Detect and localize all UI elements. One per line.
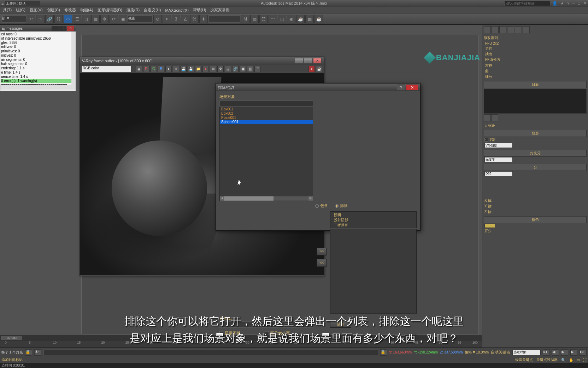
render-frame-button[interactable]: ▦	[305, 15, 314, 23]
blue-channel-button[interactable]: B	[158, 66, 164, 72]
modifier-item[interactable]: 抽出	[484, 51, 587, 57]
minimize-button[interactable]: –	[52, 26, 59, 31]
mirror-button[interactable]: M	[241, 15, 249, 23]
add-button[interactable]: >>	[317, 248, 327, 255]
clear-button[interactable]: ●	[202, 66, 209, 72]
add-time-tag-button[interactable]: 添加时间标记	[1, 357, 23, 362]
play-button[interactable]: ▶	[561, 349, 568, 356]
close-button[interactable]: ✕	[313, 58, 322, 64]
region-button[interactable]: ✥	[217, 66, 224, 72]
list-item-selected[interactable]: Sphere001	[220, 120, 313, 124]
shadow-casting-radio[interactable]: 投射阴影	[333, 218, 414, 223]
nav-maximize-button[interactable]: ⛶	[583, 358, 587, 362]
rgb-icon[interactable]: ◉	[136, 66, 142, 72]
save-button[interactable]: 💾	[180, 66, 187, 72]
angle-snap-button[interactable]: ∠	[181, 15, 189, 23]
both-radio[interactable]: 二者兼有	[333, 223, 414, 228]
workspace-dropdown[interactable]: 工作区: 默认	[5, 1, 40, 6]
selection-filter-dropdown[interactable]: 部 ▼	[1, 16, 26, 23]
distribution-dropdown[interactable]: 光度学	[484, 157, 513, 162]
layers-button[interactable]: ☷	[259, 15, 268, 23]
set-key-button[interactable]: 设置关键点	[515, 357, 533, 362]
light-distribution-rollout[interactable]: 灯光分	[484, 150, 587, 157]
excluded-objects-list[interactable]	[330, 229, 417, 314]
scroll-left-icon[interactable]: ◀	[220, 196, 224, 201]
red-channel-button[interactable]: R	[143, 66, 149, 72]
align-button[interactable]: ▤	[250, 15, 259, 23]
alpha-button[interactable]: ●	[165, 66, 172, 72]
menu-maxscript[interactable]: MAXScript(X)	[163, 8, 191, 12]
load-button[interactable]: 📁	[195, 66, 201, 72]
scroll-thumb[interactable]	[224, 196, 274, 201]
dialog-titlebar[interactable]: 排除/包含 ? ✕	[216, 84, 420, 91]
key-filters-button[interactable]: 关键点过滤器	[536, 357, 558, 362]
help-icon[interactable]: ?	[567, 1, 569, 5]
link-button[interactable]: 🔗	[232, 66, 239, 72]
mono-button[interactable]: ○	[173, 66, 179, 72]
display-tab[interactable]	[515, 26, 522, 33]
srgb-button[interactable]: ▣	[240, 66, 246, 72]
maximize-button[interactable]: □	[304, 58, 312, 64]
select-button[interactable]: ▭	[64, 15, 72, 23]
modifier-item[interactable]: 细分	[484, 74, 587, 80]
prompt-line[interactable]	[43, 350, 378, 355]
shadow-enable-checkbox[interactable]	[484, 138, 488, 142]
menu-modifiers[interactable]: 修改器	[62, 7, 78, 13]
duplicate-button[interactable]: ⧉	[210, 66, 216, 72]
spinner-snap-button[interactable]: ⬍	[199, 15, 208, 23]
menu-banjiajia[interactable]: 扮家家常用	[208, 7, 232, 13]
app-menu-icon[interactable]: ≡	[1, 1, 4, 6]
percent-snap-button[interactable]: %	[190, 15, 199, 23]
menu-views[interactable]: 视图(V)	[28, 7, 45, 13]
modifier-item[interactable]: 切片	[484, 46, 587, 51]
select-name-button[interactable]: ☰	[73, 15, 81, 23]
prev-frame-button[interactable]: ◀	[552, 349, 559, 356]
curve-editor-button[interactable]: 〰	[269, 15, 277, 23]
vray-messages-titlebar[interactable]: ay messages – □ ✕	[0, 25, 76, 31]
nav-orbit-button[interactable]: ⟲	[577, 358, 580, 362]
object-filter-input[interactable]	[219, 100, 313, 106]
render-button[interactable]: ☕	[314, 15, 323, 23]
render-last-button[interactable]: ☕	[316, 66, 322, 72]
color-rollout[interactable]: 颜色	[484, 216, 587, 223]
green-channel-button[interactable]: G	[151, 66, 157, 72]
modifier-item[interactable]: 曲	[484, 68, 587, 74]
modify-tab[interactable]	[492, 26, 499, 33]
unlink-button[interactable]: ⛓	[54, 15, 63, 23]
render-setup-button[interactable]: ☕	[296, 15, 305, 23]
scene-objects-list[interactable]: Box001 Box002 Plane001 Sphere001 ◀ ▶	[219, 107, 313, 201]
exclude-radio[interactable]: 排除	[335, 203, 348, 208]
scroll-right-icon[interactable]: ▶	[308, 196, 313, 201]
channel-dropdown[interactable]: RGB color	[81, 66, 131, 72]
menu-animation[interactable]: 动画(A)	[78, 7, 95, 13]
nav-zoom-button[interactable]: 🔍	[561, 358, 565, 362]
window-crossing-button[interactable]: ▦	[91, 15, 100, 23]
lock-button[interactable]: 🔒	[380, 349, 387, 356]
saveall-button[interactable]: 💾	[188, 66, 194, 72]
rotate-button[interactable]: ⟳	[110, 15, 118, 23]
pin-button[interactable]	[484, 114, 491, 121]
menu-graph-editors[interactable]: 图形编辑器(D)	[95, 7, 124, 13]
named-selection-input[interactable]	[208, 16, 240, 23]
autokey-button[interactable]: 自动关键点	[491, 350, 510, 355]
undo-button[interactable]: ↶	[27, 15, 35, 23]
track-mouse-button[interactable]: ◎	[225, 66, 231, 72]
utilities-tab[interactable]	[523, 26, 530, 33]
remove-button[interactable]: <<	[317, 259, 327, 267]
close-icon[interactable]: ✕	[583, 1, 587, 5]
hierarchy-tab[interactable]	[499, 26, 506, 33]
menu-create[interactable]: 创建(C)	[45, 7, 62, 13]
signin-icon[interactable]: 👤	[552, 1, 557, 5]
modifier-item[interactable]: FFD 2x2	[484, 41, 587, 46]
scale-button[interactable]: ▣	[119, 15, 127, 23]
keymode-dropdown[interactable]: 选定对象	[512, 350, 541, 355]
list-item[interactable]: Box002	[220, 111, 313, 116]
lock-selection-button[interactable]: 🔒	[25, 349, 32, 356]
minimize-icon[interactable]: –	[572, 1, 575, 5]
modifier-item[interactable]: 对称	[484, 63, 587, 68]
menu-group[interactable]: 组(G)	[14, 7, 28, 13]
move-button[interactable]: ✥	[100, 15, 109, 23]
snap-button[interactable]: 3	[172, 15, 180, 23]
modifier-item[interactable]: FFD(长方	[484, 57, 587, 63]
time-slider-thumb[interactable]: 0 / 100	[1, 336, 22, 340]
